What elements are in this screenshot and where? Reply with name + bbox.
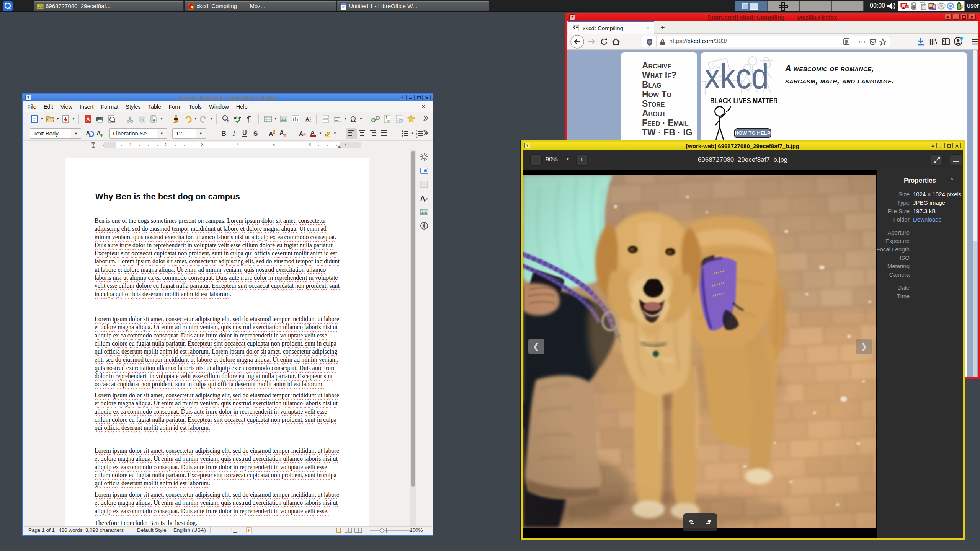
svg-text:B: B bbox=[221, 130, 226, 137]
svg-text:¶: ¶ bbox=[247, 115, 251, 123]
svg-text:A: A bbox=[310, 129, 315, 136]
svg-text:1: 1 bbox=[385, 116, 388, 120]
svg-text:2: 2 bbox=[284, 133, 286, 138]
svg-text:A: A bbox=[420, 195, 425, 202]
svg-text:U: U bbox=[242, 130, 247, 136]
svg-text:I: I bbox=[232, 130, 235, 137]
svg-text:2: 2 bbox=[273, 130, 275, 134]
svg-text:A: A bbox=[299, 130, 304, 137]
svg-text:Ω: Ω bbox=[350, 115, 356, 123]
svg-text:3: 3 bbox=[416, 135, 418, 138]
svg-text:A: A bbox=[305, 116, 309, 122]
